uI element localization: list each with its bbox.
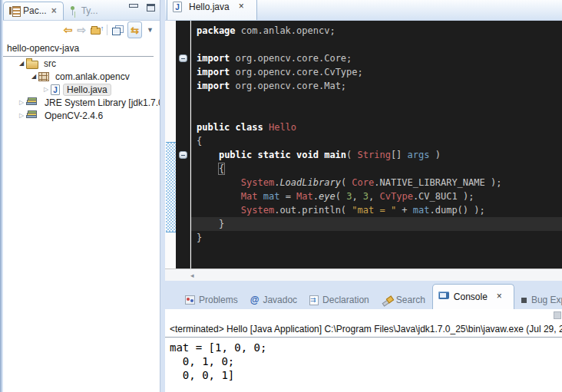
code-line[interactable]: public static void main( String[] args ) <box>191 148 562 162</box>
link-with-editor-toggle[interactable]: ⇆ <box>127 21 142 38</box>
code-line[interactable]: { <box>191 162 562 176</box>
code-token: mat <box>263 191 280 202</box>
code-line[interactable]: Mat mat = Mat.eye( 3, 3, CvType.CV_8UC1 … <box>191 189 562 203</box>
tree-expanded-arrow-icon[interactable]: ◢ <box>29 73 38 80</box>
code-line[interactable]: System.LoadLibrary( Core.NATIVE_LIBRARY_… <box>191 176 562 189</box>
view-tab-pac[interactable]: Pac...× <box>3 2 64 20</box>
fold-collapse-icon[interactable] <box>179 54 187 62</box>
code-token: ( <box>346 150 357 160</box>
tree-item-label: OpenCV-2.4.6 <box>41 110 106 122</box>
code-token: , <box>369 191 379 202</box>
code-token <box>263 122 269 133</box>
code-line[interactable] <box>191 93 562 107</box>
code-token: String <box>358 150 391 160</box>
code-line[interactable]: import org.opencv.core.CvType; <box>191 65 562 79</box>
left-tabbar: Pac...×Ty... <box>3 0 160 21</box>
bottom-tab-problems[interactable]: Problems <box>179 292 243 309</box>
tree-collapsed-arrow-icon[interactable]: ▷ <box>41 86 51 93</box>
code-line[interactable]: } <box>191 231 562 245</box>
square-icon <box>521 298 527 303</box>
tree-collapsed-arrow-icon[interactable]: ▷ <box>17 112 26 119</box>
code-line[interactable]: { <box>191 134 562 148</box>
code-token: org.opencv.core.Core; <box>230 53 352 64</box>
package-explorer-toolbar: ⇦ ⇨ ↑ ⇆ ▼ <box>3 21 160 38</box>
scroll-left-icon[interactable]: ◂ <box>190 272 194 279</box>
bottom-tab-console[interactable]: Console× <box>432 284 514 309</box>
tree-item-hello-java[interactable]: ▷JHello.java <box>3 83 160 96</box>
code-line[interactable]: } <box>191 217 562 231</box>
code-token: import <box>197 53 230 64</box>
bottom-tab-javadoc[interactable]: @Javadoc <box>245 292 302 309</box>
console-process-label: <terminated> Hello [Java Application] C:… <box>165 322 562 338</box>
tree-item-label: Hello.java <box>63 84 111 96</box>
code-line[interactable]: import org.opencv.core.Core; <box>191 51 562 65</box>
code-token: } <box>197 232 202 243</box>
editor-tab-label: Hello.java <box>189 2 230 12</box>
editor-tab-hello-java[interactable]: J Hello.java × <box>167 0 257 20</box>
bottom-tab-declaration[interactable]: Declaration <box>304 292 375 309</box>
code-token: System <box>241 177 274 188</box>
maximize-view-button[interactable] <box>147 4 155 12</box>
tree-item-jre-system-library-jdk1-7-0[interactable]: ▷JRE System Library [jdk1.7.0 <box>3 96 160 109</box>
collapse-all-icon[interactable] <box>112 25 123 35</box>
code-token: Mat <box>296 191 313 202</box>
code-token: = <box>279 191 296 202</box>
tree-item-label: JRE System Library [jdk1.7.0 <box>41 97 160 109</box>
code-token: , <box>352 191 362 202</box>
code-token: public class <box>197 122 263 133</box>
tree-item-com-anlak-opencv[interactable]: ◢com.anlak.opencv <box>3 70 160 83</box>
minimize-view-button[interactable] <box>129 4 137 12</box>
console-output[interactable]: mat = [1, 0, 0; 0, 1, 0; 0, 0, 1] <box>165 338 562 382</box>
fold-collapse-icon[interactable] <box>179 151 187 159</box>
forward-arrow-icon[interactable]: ⇨ <box>77 25 86 35</box>
code-text[interactable]: package com.anlak.opencv;import org.open… <box>191 21 562 268</box>
code-token: ( <box>341 177 352 188</box>
problems-icon <box>184 295 195 305</box>
code-line[interactable] <box>191 107 562 120</box>
project-tree: hello-opencv-java ◢src◢com.anlak.opencv▷… <box>3 38 160 122</box>
code-token: import <box>197 67 230 77</box>
code-token: Core <box>352 177 374 188</box>
console-toolbar-button[interactable] <box>554 311 561 319</box>
eclipse-window: Pac...×Ty... ⇦ ⇨ ↑ ⇆ ▼ hello-opencv-java… <box>0 0 562 392</box>
view-tab-ty[interactable]: Ty... <box>64 2 104 20</box>
code-token: System <box>241 205 274 216</box>
code-token: org.opencv.core.CvType; <box>230 67 362 77</box>
code-line[interactable] <box>191 38 562 51</box>
tree-item-opencv-2-4-6[interactable]: ▷OpenCV-2.4.6 <box>3 109 160 122</box>
console-panel: Problems@JavadocDeclarationSearchConsole… <box>165 290 562 392</box>
code-line[interactable]: package com.anlak.opencv; <box>191 24 562 38</box>
bottom-tab-search[interactable]: Search <box>376 292 431 309</box>
console-icon <box>438 292 450 301</box>
code-token <box>197 205 241 216</box>
code-token: Mat <box>241 191 258 202</box>
close-icon[interactable]: × <box>51 5 57 16</box>
package-folder-icon <box>26 59 38 68</box>
up-navigation-icon[interactable]: ↑ <box>91 25 102 35</box>
bottom-tab-label: Search <box>396 295 425 305</box>
code-line[interactable]: public class Hello <box>191 120 562 134</box>
tree-item-src[interactable]: ◢src <box>3 57 160 70</box>
search-icon <box>382 295 392 305</box>
tree-item-project[interactable]: hello-opencv-java <box>3 41 154 57</box>
code-editor[interactable]: package com.anlak.opencv;import org.open… <box>165 21 562 268</box>
package-explorer-panel: Pac...×Ty... ⇦ ⇨ ↑ ⇆ ▼ hello-opencv-java… <box>3 0 160 392</box>
console-toolbar <box>165 309 562 322</box>
bottom-tab-bug-explorer[interactable]: Bug Explorer <box>516 292 562 309</box>
code-token: eye <box>319 191 336 202</box>
view-menu-icon[interactable]: ▼ <box>147 25 154 35</box>
code-line[interactable]: System.out.println( "mat = " + mat.dump(… <box>191 203 562 217</box>
code-token: ) <box>429 150 440 160</box>
editor-horizontal-scrollbar[interactable]: ◂ <box>165 268 562 281</box>
code-token: + <box>396 205 413 216</box>
close-icon[interactable]: × <box>233 0 250 15</box>
code-token: [] <box>391 150 408 160</box>
back-arrow-icon[interactable]: ⇦ <box>64 25 73 35</box>
code-token: .out.println( <box>274 205 352 216</box>
bottom-tab-label: Console <box>454 292 488 302</box>
tree-collapsed-arrow-icon[interactable]: ▷ <box>17 99 26 106</box>
close-icon[interactable]: × <box>491 288 508 305</box>
tree-expanded-arrow-icon[interactable]: ◢ <box>17 60 26 67</box>
code-line[interactable]: import org.opencv.core.Mat; <box>191 79 562 93</box>
java-file-icon: J <box>173 2 182 12</box>
